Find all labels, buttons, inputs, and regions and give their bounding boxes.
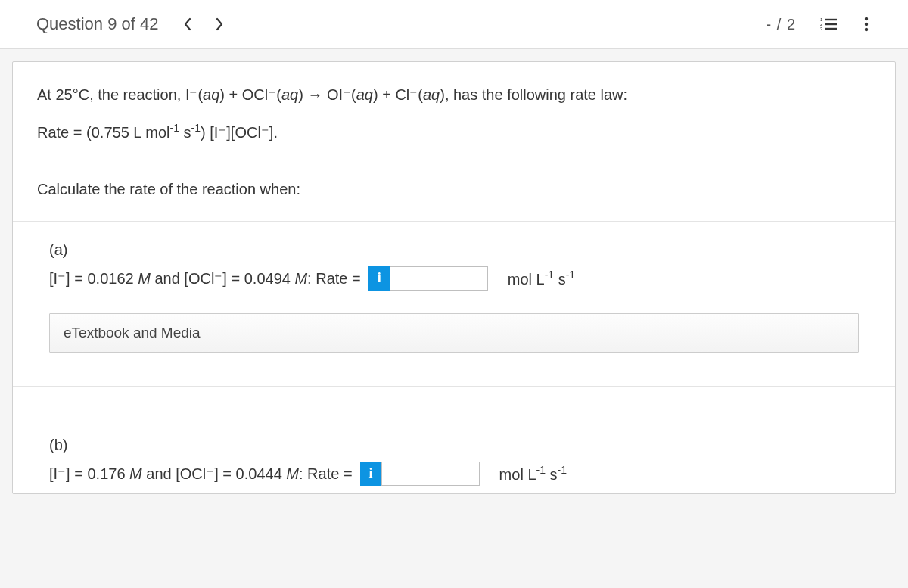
calculate-prompt: Calculate the rate of the reaction when:	[37, 181, 871, 198]
nav-arrows	[179, 14, 228, 34]
svg-point-7	[865, 23, 868, 26]
svg-text:3: 3	[820, 26, 823, 31]
chevron-right-icon	[214, 17, 225, 31]
question-card: At 25°C, the reaction, I⁻(aq) + OCl⁻(aq)…	[12, 61, 896, 494]
divider	[13, 386, 895, 387]
part-b-answer-input[interactable]	[381, 462, 480, 486]
question-header: Question 9 of 42 - / 2 1 2 3	[0, 0, 908, 49]
header-left: Question 9 of 42	[36, 14, 228, 34]
part-b: (b) [I⁻] = 0.176 M and [OCl⁻] = 0.0444 M…	[37, 417, 871, 493]
question-title: Question 9 of 42	[36, 14, 158, 34]
part-a-text: [I⁻] = 0.0162 M and [OCl⁻] = 0.0494 M: R…	[49, 269, 361, 288]
info-icon[interactable]: i	[368, 266, 390, 291]
info-icon[interactable]: i	[360, 462, 381, 486]
next-question-button[interactable]	[211, 14, 228, 34]
more-vertical-icon	[864, 17, 869, 32]
part-b-text: [I⁻] = 0.176 M and [OCl⁻] = 0.0444 M: Ra…	[49, 465, 353, 483]
svg-point-6	[865, 17, 868, 20]
part-a-label: (a)	[49, 241, 859, 259]
etextbook-media-button[interactable]: eTextbook and Media	[49, 313, 859, 353]
list-icon: 1 2 3	[820, 17, 837, 32]
header-right: - / 2 1 2 3	[767, 14, 872, 35]
part-a: (a) [I⁻] = 0.0162 M and [OCl⁻] = 0.0494 …	[37, 222, 871, 417]
part-b-label: (b)	[49, 437, 859, 454]
part-a-unit: mol L-1 s-1	[508, 269, 575, 288]
chevron-left-icon	[182, 17, 193, 31]
part-a-answer-input[interactable]	[390, 266, 488, 291]
content-area: At 25°C, the reaction, I⁻(aq) + OCl⁻(aq)…	[0, 49, 908, 506]
more-options-button[interactable]	[861, 14, 872, 35]
reaction-description: At 25°C, the reaction, I⁻(aq) + OCl⁻(aq)…	[37, 83, 871, 107]
prev-question-button[interactable]	[179, 14, 196, 34]
part-a-row: [I⁻] = 0.0162 M and [OCl⁻] = 0.0494 M: R…	[49, 266, 859, 291]
part-b-row: [I⁻] = 0.176 M and [OCl⁻] = 0.0444 M: Ra…	[49, 462, 859, 486]
rate-law: Rate = (0.755 L mol-1 s-1) [I⁻][OCl⁻].	[37, 120, 871, 145]
part-b-unit: mol L-1 s-1	[499, 464, 567, 484]
question-list-button[interactable]: 1 2 3	[817, 14, 840, 35]
score-display: - / 2	[767, 16, 796, 33]
svg-point-8	[865, 28, 868, 31]
